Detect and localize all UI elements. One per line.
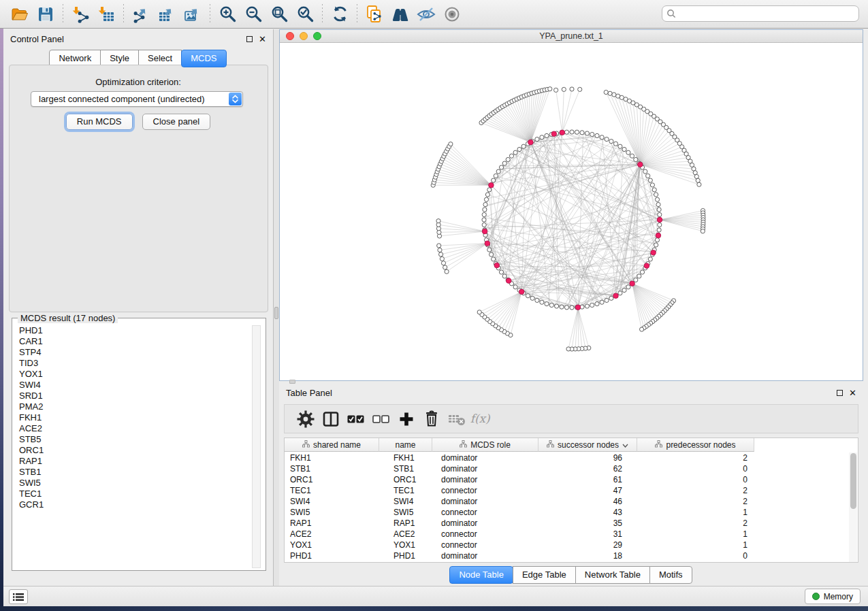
status-bar: Memory <box>3 586 868 606</box>
table-row[interactable]: SWI4SWI4dominator462 <box>285 496 761 507</box>
network-node <box>484 197 488 201</box>
table-row[interactable]: ACE2ACE2connector311 <box>285 529 761 540</box>
new-network-from-selection-icon[interactable] <box>361 3 387 26</box>
network-hub-node <box>519 289 524 295</box>
delete-column-icon[interactable] <box>419 407 444 431</box>
network-node <box>612 93 616 97</box>
mcds-result-item[interactable]: STB1 <box>19 467 253 478</box>
mcds-result-item[interactable]: TEC1 <box>19 489 253 499</box>
mcds-result-item[interactable]: YOX1 <box>19 369 253 380</box>
optimization-criterion-dropdown[interactable]: largest connected component (undirected) <box>31 91 243 107</box>
table-row[interactable]: TEC1TEC1connector472 <box>285 485 761 496</box>
close-table-panel-icon[interactable]: ✕ <box>849 390 856 396</box>
mcds-result-item[interactable]: RAP1 <box>19 456 253 467</box>
mcds-result-item[interactable]: SWI5 <box>19 478 253 489</box>
network-node <box>590 303 594 307</box>
table-row[interactable]: YOX1YOX1connector291 <box>285 540 761 550</box>
table-row[interactable]: RAP1RAP1dominator352 <box>285 518 761 529</box>
mcds-list-scrollbar[interactable] <box>252 325 261 568</box>
column-header-shared-name[interactable]: shared name <box>285 438 379 452</box>
mcds-result-item[interactable]: CAR1 <box>19 336 253 347</box>
float-panel-icon[interactable] <box>246 36 253 42</box>
mcds-result-item[interactable]: GCR1 <box>19 499 253 510</box>
network-node <box>492 178 496 182</box>
tab-mcds[interactable]: MCDS <box>181 50 226 67</box>
mcds-result-item[interactable]: PHD1 <box>19 325 253 336</box>
column-visibility-icon[interactable] <box>318 407 343 431</box>
mcds-result-item[interactable]: PMA2 <box>19 401 253 412</box>
close-panel-icon[interactable]: ✕ <box>259 36 266 42</box>
network-node <box>657 228 661 232</box>
table-row[interactable]: SWI5SWI5connector431 <box>285 507 761 518</box>
table-settings-icon[interactable] <box>293 407 318 431</box>
tab-network-table[interactable]: Network Table <box>575 566 650 584</box>
select-all-rows-icon[interactable] <box>343 407 368 431</box>
hide-selected-icon[interactable] <box>413 3 439 26</box>
column-header-name[interactable]: name <box>379 438 432 452</box>
mcds-result-item[interactable]: TID3 <box>19 358 253 369</box>
cell-shared-name: ACE2 <box>285 529 379 539</box>
mcds-result-item[interactable]: SWI4 <box>19 380 253 391</box>
mcds-result-item[interactable]: SRD1 <box>19 391 253 401</box>
table-row[interactable]: FKH1FKH1dominator962 <box>285 452 761 463</box>
show-all-icon[interactable] <box>439 3 465 26</box>
column-header-successor-nodes[interactable]: successor nodes <box>539 438 637 452</box>
table-row[interactable]: ORC1ORC1dominator610 <box>285 474 761 485</box>
save-icon[interactable] <box>33 3 59 26</box>
table-scrollbar-thumb[interactable] <box>850 453 856 509</box>
open-folder-icon[interactable] <box>7 3 33 26</box>
memory-button[interactable]: Memory <box>805 589 861 604</box>
cell-shared-name: PHD1 <box>285 551 379 561</box>
mcds-result-item[interactable]: ACE2 <box>19 423 253 434</box>
cell-predecessor-nodes: 1 <box>637 540 754 550</box>
network-hub-node <box>485 241 490 246</box>
mcds-result-item[interactable]: ORC1 <box>19 445 253 456</box>
float-table-panel-icon[interactable] <box>837 390 843 396</box>
mcds-result-item[interactable]: FKH1 <box>19 412 253 423</box>
zoom-fit-icon[interactable] <box>266 3 292 26</box>
task-history-button[interactable] <box>9 589 28 604</box>
function-builder-icon: f(x) <box>469 407 494 431</box>
run-mcds-button[interactable]: Run MCDS <box>66 114 133 130</box>
search-input[interactable] <box>662 5 859 22</box>
deselect-all-rows-icon[interactable] <box>368 407 393 431</box>
find-icon[interactable] <box>387 3 413 26</box>
zoom-in-icon[interactable] <box>214 3 240 26</box>
import-table-icon[interactable] <box>93 3 119 26</box>
network-node <box>436 219 440 223</box>
zoom-out-icon[interactable] <box>240 3 266 26</box>
vertical-splitter[interactable] <box>274 29 279 586</box>
table-scrollbar[interactable] <box>849 452 857 563</box>
export-image-icon[interactable] <box>180 3 206 26</box>
splitter-grip[interactable] <box>274 307 278 319</box>
add-column-icon[interactable] <box>393 407 419 431</box>
zoom-selected-icon[interactable] <box>292 3 318 26</box>
network-node <box>696 178 700 182</box>
import-network-icon[interactable] <box>67 3 93 26</box>
refresh-icon[interactable] <box>327 3 353 26</box>
mcds-result-list[interactable]: PHD1CAR1STP4TID3YOX1SWI4SRD1PMA2FKH1ACE2… <box>13 325 253 569</box>
network-node <box>494 174 498 178</box>
table-row[interactable]: PHD1PHD1dominator180 <box>285 550 761 561</box>
network-node <box>595 302 599 306</box>
network-window-titlebar[interactable]: YPA_prune.txt_1 <box>280 30 863 43</box>
network-node <box>648 178 652 182</box>
cell-name: ORC1 <box>379 475 432 484</box>
table-row[interactable]: STB1STB1dominator620 <box>285 463 761 474</box>
column-header-MCDS-role[interactable]: MCDS role <box>432 438 539 452</box>
mcds-result-item[interactable]: STP4 <box>19 347 253 358</box>
export-network-icon[interactable] <box>128 3 154 26</box>
mcds-result-item[interactable]: STB5 <box>19 434 253 445</box>
tab-node-table[interactable]: Node Table <box>449 566 513 584</box>
tab-edge-table[interactable]: Edge Table <box>513 566 576 584</box>
network-node <box>513 150 517 154</box>
export-table-icon[interactable] <box>154 3 180 26</box>
column-header-predecessor-nodes[interactable]: predecessor nodes <box>637 438 754 452</box>
network-canvas[interactable] <box>280 43 863 380</box>
horizontal-splitter-grip[interactable] <box>289 380 295 384</box>
network-node <box>564 306 568 310</box>
network-graph[interactable] <box>280 43 863 380</box>
tab-motifs[interactable]: Motifs <box>649 566 692 584</box>
close-panel-button[interactable]: Close panel <box>142 114 211 130</box>
cell-name: ACE2 <box>379 529 432 539</box>
